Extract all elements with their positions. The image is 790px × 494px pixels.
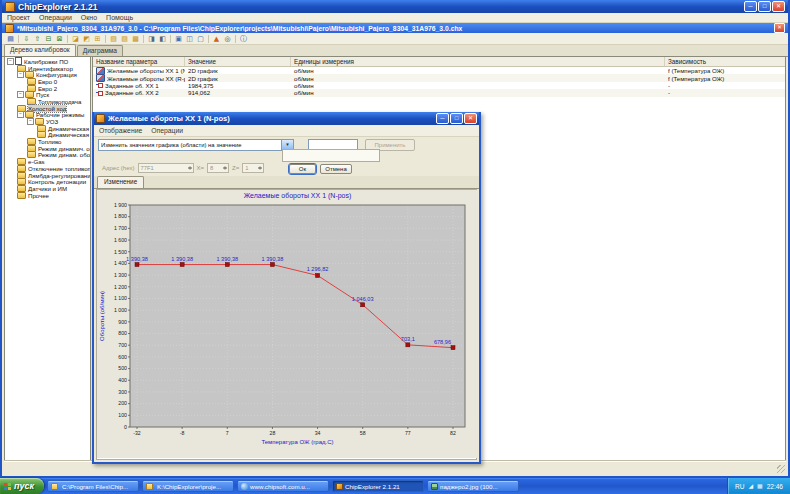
- cell-text: об/мин: [294, 75, 314, 82]
- column-header[interactable]: Название параметра: [93, 57, 185, 66]
- address-stepper[interactable]: 77F1: [138, 163, 194, 173]
- language-indicator[interactable]: RU: [735, 483, 744, 490]
- taskbar-task[interactable]: K:\ChipExplorer\proje...: [142, 480, 234, 492]
- network-icon[interactable]: ▦: [757, 483, 763, 489]
- data-point[interactable]: [225, 263, 229, 267]
- maximize-button[interactable]: □: [758, 1, 771, 12]
- document-titlebar[interactable]: *Mitsubishi_Pajero_8304_31A976_3.0 - C:\…: [2, 23, 788, 33]
- chart-icon[interactable]: ▲: [211, 34, 222, 44]
- document-close-icon[interactable]: ✕: [774, 23, 785, 33]
- start-label: пуск: [14, 481, 34, 491]
- collapse-icon[interactable]: −: [17, 111, 24, 118]
- collapse-icon[interactable]: −: [17, 71, 24, 78]
- plot-area[interactable]: [130, 205, 465, 427]
- paste-icon[interactable]: ◧: [157, 34, 168, 44]
- menu-operations[interactable]: Операции: [151, 127, 183, 134]
- start-button[interactable]: пуск: [0, 478, 44, 494]
- z-stepper[interactable]: 1: [242, 163, 264, 173]
- windows-flag-icon: [4, 483, 11, 490]
- document-icon: [5, 24, 14, 33]
- menu-item[interactable]: Окно: [81, 14, 97, 21]
- column-header[interactable]: Зависимость: [665, 57, 786, 66]
- save-icon[interactable]: ▤: [5, 34, 16, 44]
- data-point[interactable]: [270, 263, 274, 267]
- z-label: Z=: [232, 165, 239, 171]
- data-point[interactable]: [361, 303, 365, 307]
- menu-item[interactable]: Проект: [7, 14, 30, 21]
- copy-icon[interactable]: ◨: [146, 34, 157, 44]
- value-readout-panel: [282, 149, 380, 162]
- toolbar-separator: [67, 35, 68, 43]
- resize-grip-icon[interactable]: [777, 465, 785, 473]
- rpm-curve-chart[interactable]: Желаемые обороты ХХ 1 (N-pos)01002003004…: [97, 190, 478, 458]
- table-row[interactable]: Заданные об. ХХ 2914,062об/мин-: [93, 89, 785, 96]
- table-row[interactable]: Желаемые обороты ХХ (R-pos)2D графикоб/м…: [93, 74, 785, 81]
- volume-icon[interactable]: ◢: [748, 483, 753, 489]
- taskbar-task[interactable]: www.chipsoft.com.u...: [237, 480, 329, 492]
- menu-item[interactable]: Помощь: [106, 14, 133, 21]
- dialog-maximize-button[interactable]: □: [450, 113, 463, 124]
- menu-display[interactable]: Отображение: [99, 127, 142, 134]
- collapse-icon[interactable]: −: [17, 91, 24, 98]
- open-project-icon[interactable]: ◪: [70, 34, 81, 44]
- table-cell: 2D график: [185, 75, 291, 82]
- collapse-icon[interactable]: −: [7, 58, 14, 65]
- app-icon: [5, 2, 15, 12]
- y-tick-label: 200: [118, 400, 127, 406]
- write-chip-icon[interactable]: ⊠: [54, 34, 65, 44]
- window-tile-icon[interactable]: ◫: [184, 34, 195, 44]
- folder-maps-icon[interactable]: ▧: [108, 34, 119, 44]
- x-label: X=: [197, 165, 205, 171]
- data-point[interactable]: [316, 273, 320, 277]
- y-tick-label: 1 800: [114, 213, 127, 219]
- taskbar-task[interactable]: паджеро2.jpg (100...: [427, 480, 519, 492]
- ok-button[interactable]: Ок: [289, 164, 316, 174]
- tab-diagram[interactable]: Диаграмма: [77, 45, 123, 56]
- table-body: Желаемые обороты ХХ 1 (N-pos)2D графикоб…: [93, 67, 785, 97]
- point-label: 1 046,03: [352, 296, 374, 302]
- dialog-minimize-button[interactable]: ─: [436, 113, 449, 124]
- save-project-icon[interactable]: ◩: [81, 34, 92, 44]
- window-close-icon[interactable]: ▢: [195, 34, 206, 44]
- data-point[interactable]: [135, 263, 139, 267]
- cell-text: Желаемые обороты ХХ (R-pos): [107, 75, 185, 82]
- tab-calibration-tree[interactable]: Дерево калибровок: [4, 44, 76, 56]
- write-file-icon[interactable]: ⇧: [32, 34, 43, 44]
- dialog-titlebar[interactable]: Желаемые обороты ХХ 1 (N-pos) ─ □ ✕: [94, 112, 479, 125]
- info-icon[interactable]: ⓘ: [238, 34, 249, 44]
- main-titlebar[interactable]: ChipExplorer 2.1.21 ─ □ ✕: [2, 0, 788, 13]
- tree-item[interactable]: Прочее: [5, 192, 90, 199]
- close-button[interactable]: ✕: [772, 1, 785, 12]
- window-cascade-icon[interactable]: ▣: [173, 34, 184, 44]
- dialog-close-button[interactable]: ✕: [464, 113, 477, 124]
- read-chip-icon[interactable]: ⊟: [43, 34, 54, 44]
- read-file-icon[interactable]: ⇩: [21, 34, 32, 44]
- search-icon[interactable]: ◎: [222, 34, 233, 44]
- clock[interactable]: 22:46: [767, 483, 783, 490]
- tab-edit[interactable]: Изменение: [97, 176, 144, 188]
- data-point[interactable]: [180, 263, 184, 267]
- taskbar-task[interactable]: C:\Program Files\Chip...: [47, 480, 139, 492]
- cancel-button[interactable]: Отмена: [320, 164, 352, 174]
- x-tick-label: 7: [226, 430, 229, 436]
- folder-compare-icon[interactable]: ▨: [119, 34, 130, 44]
- collapse-icon[interactable]: −: [27, 118, 34, 125]
- folder-export-icon[interactable]: ▩: [130, 34, 141, 44]
- x-tick-label: 58: [360, 430, 366, 436]
- taskbar-task[interactable]: ChipExplorer 2.1.21: [332, 480, 424, 492]
- table-row[interactable]: Желаемые обороты ХХ 1 (N-pos)2D графикоб…: [93, 67, 785, 74]
- x-stepper[interactable]: 8: [207, 163, 229, 173]
- action-select[interactable]: Изменить значения графика (области) на з…: [98, 139, 294, 151]
- graph-2d-icon: [96, 74, 105, 82]
- cell-text: об/мин: [294, 82, 314, 89]
- data-point[interactable]: [406, 343, 410, 347]
- column-header[interactable]: Единицы измерения: [291, 57, 665, 66]
- menu-item[interactable]: Операции: [39, 14, 72, 21]
- minimize-button[interactable]: ─: [744, 1, 757, 12]
- add-project-icon[interactable]: ⊞: [92, 34, 103, 44]
- table-row[interactable]: Заданные об. ХХ 11984,375об/мин-: [93, 82, 785, 89]
- data-point[interactable]: [451, 346, 455, 350]
- calibration-tree: −Калибровки ПОИдентификатор−Конфигурация…: [4, 56, 91, 461]
- x-tick-label: 34: [315, 430, 321, 436]
- column-header[interactable]: Значение: [185, 57, 291, 66]
